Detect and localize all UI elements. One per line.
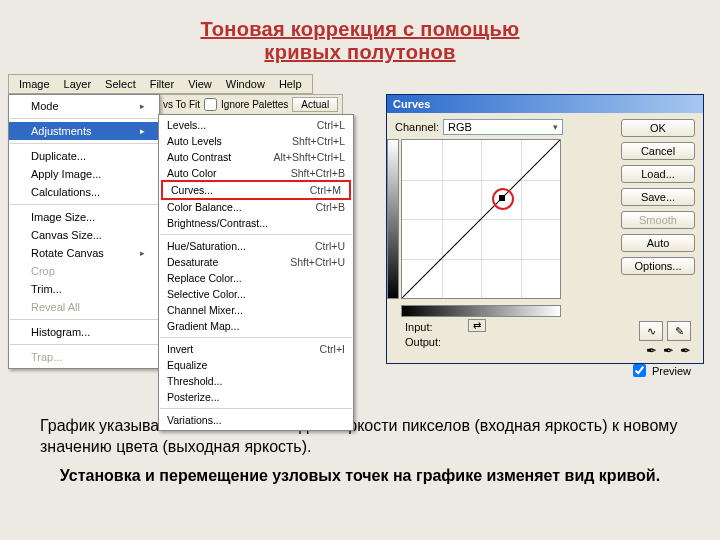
menuitem-trim[interactable]: Trim... [9, 280, 159, 298]
adjust-item-color-balance[interactable]: Color Balance...Ctrl+B [159, 199, 353, 215]
eyedropper-gray-icon[interactable]: ✒ [663, 343, 674, 358]
menuitem-adjustments[interactable]: Adjustments [9, 122, 159, 140]
curve-tool-button[interactable]: ∿ [639, 321, 663, 341]
preview-checkbox[interactable] [633, 364, 646, 377]
output-label: Output: [405, 336, 441, 348]
image-menu-dropdown: Mode Adjustments Duplicate... Apply Imag… [8, 94, 160, 369]
menu-window[interactable]: Window [220, 77, 271, 91]
menuitem-trap: Trap... [9, 348, 159, 366]
eyedropper-black-icon[interactable]: ✒ [646, 343, 657, 358]
menuitem-apply-image[interactable]: Apply Image... [9, 165, 159, 183]
menubar: Image Layer Select Filter View Window He… [8, 74, 313, 94]
menuitem-canvas-size[interactable]: Canvas Size... [9, 226, 159, 244]
menu-layer[interactable]: Layer [58, 77, 98, 91]
menuitem-histogram[interactable]: Histogram... [9, 323, 159, 341]
menuitem-mode[interactable]: Mode [9, 97, 159, 115]
adjust-item-curves[interactable]: Curves...Ctrl+M [161, 180, 351, 200]
output-gradient [387, 139, 399, 299]
swap-gradient-button[interactable]: ⇄ [468, 319, 486, 332]
adjust-item-auto-contrast[interactable]: Auto ContrastAlt+Shft+Ctrl+L [159, 149, 353, 165]
save-button[interactable]: Save... [621, 188, 695, 206]
menuitem-reveal-all: Reveal All [9, 298, 159, 316]
adjust-item-channel-mixer[interactable]: Channel Mixer... [159, 302, 353, 318]
ok-button[interactable]: OK [621, 119, 695, 137]
adjust-item-hue-saturation[interactable]: Hue/Saturation...Ctrl+U [159, 238, 353, 254]
menuitem-crop: Crop [9, 262, 159, 280]
options-button[interactable]: Options... [621, 257, 695, 275]
curves-titlebar[interactable]: Curves [387, 95, 703, 113]
adjust-item-brightness-contrast[interactable]: Brightness/Contrast... [159, 215, 353, 231]
workspace: Image Layer Select Filter View Window He… [8, 74, 712, 404]
adjust-item-replace-color[interactable]: Replace Color... [159, 270, 353, 286]
options-bar: vs To Fit Ignore Palettes Actual [158, 94, 343, 115]
adjust-item-levels[interactable]: Levels...Ctrl+L [159, 117, 353, 133]
fit-label: vs To Fit [163, 99, 200, 110]
load-button[interactable]: Load... [621, 165, 695, 183]
menuitem-image-size[interactable]: Image Size... [9, 208, 159, 226]
actual-pixels-button[interactable]: Actual [292, 97, 338, 112]
adjust-item-auto-color[interactable]: Auto ColorShft+Ctrl+B [159, 165, 353, 181]
menu-filter[interactable]: Filter [144, 77, 180, 91]
adjust-item-posterize[interactable]: Posterize... [159, 389, 353, 405]
menu-select[interactable]: Select [99, 77, 142, 91]
channel-label: Channel: [395, 121, 439, 133]
curves-graph[interactable] [401, 139, 561, 299]
adjust-item-threshold[interactable]: Threshold... [159, 373, 353, 389]
adjust-item-invert[interactable]: InvertCtrl+I [159, 341, 353, 357]
cancel-button[interactable]: Cancel [621, 142, 695, 160]
svg-line-0 [402, 140, 560, 298]
pencil-tool-button[interactable]: ✎ [667, 321, 691, 341]
menu-view[interactable]: View [182, 77, 218, 91]
curves-dialog: Curves Channel: RGB [386, 94, 704, 364]
highlight-ring-icon [492, 188, 514, 210]
adjust-item-equalize[interactable]: Equalize [159, 357, 353, 373]
adjust-item-desaturate[interactable]: DesaturateShft+Ctrl+U [159, 254, 353, 270]
smooth-button: Smooth [621, 211, 695, 229]
page-title: Тоновая коррекция с помощьюкривых полуто… [0, 0, 720, 74]
adjustments-submenu: Levels...Ctrl+LAuto LevelsShft+Ctrl+LAut… [158, 114, 354, 431]
preview-label: Preview [652, 365, 691, 377]
curves-graph-area: ⇄ [401, 139, 581, 319]
menu-help[interactable]: Help [273, 77, 308, 91]
ignore-palettes-label: Ignore Palettes [221, 99, 288, 110]
input-label: Input: [405, 321, 441, 333]
auto-button[interactable]: Auto [621, 234, 695, 252]
channel-select[interactable]: RGB [443, 119, 563, 135]
adjust-item-variations[interactable]: Variations... [159, 412, 353, 428]
menuitem-calculations[interactable]: Calculations... [9, 183, 159, 201]
eyedropper-white-icon[interactable]: ✒ [680, 343, 691, 358]
adjust-item-selective-color[interactable]: Selective Color... [159, 286, 353, 302]
input-gradient [401, 305, 561, 317]
ignore-palettes-checkbox[interactable] [204, 98, 217, 111]
adjust-item-gradient-map[interactable]: Gradient Map... [159, 318, 353, 334]
menuitem-rotate-canvas[interactable]: Rotate Canvas [9, 244, 159, 262]
description-paragraph-1: График указывает отношение исходной ярко… [40, 416, 680, 458]
menuitem-duplicate[interactable]: Duplicate... [9, 147, 159, 165]
adjust-item-auto-levels[interactable]: Auto LevelsShft+Ctrl+L [159, 133, 353, 149]
menu-image[interactable]: Image [13, 77, 56, 91]
description-paragraph-2: Установка и перемещение узловых точек на… [40, 466, 680, 487]
